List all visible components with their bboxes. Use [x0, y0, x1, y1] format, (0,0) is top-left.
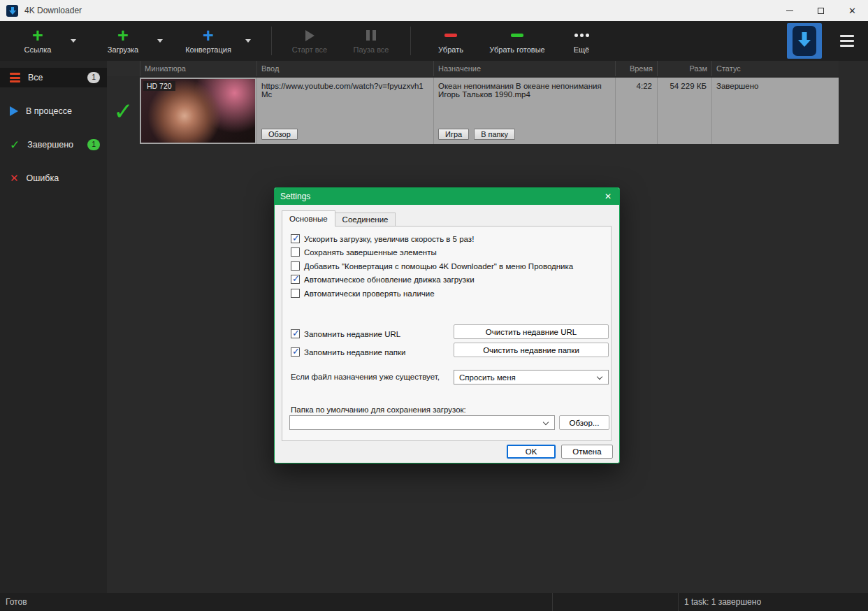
count-badge: 1 [87, 139, 100, 150]
downloader-mode-button[interactable] [787, 23, 822, 59]
remove-label: Убрать [438, 45, 463, 54]
maximize-icon [818, 8, 824, 14]
option-keep-finished[interactable]: Сохранять завершенные элементы [291, 247, 437, 257]
open-folder-button[interactable]: В папку [474, 129, 515, 140]
add-conversion-label: Конвертация [185, 45, 231, 54]
add-link-button[interactable]: + Ссылка [10, 21, 66, 61]
play-icon [10, 106, 18, 116]
settings-dialog: Settings Основные Соединение Ускорить за… [274, 187, 620, 463]
status-value: Завершено [716, 82, 758, 90]
option-label: Автоматическое обновление движка загрузк… [304, 275, 475, 284]
video-thumbnail[interactable]: HD 720 [141, 79, 255, 143]
minus-icon [511, 34, 523, 37]
browse-folder-button[interactable]: Обзор... [559, 415, 609, 430]
option-label: Сохранять завершенные элементы [304, 248, 437, 257]
pause-all-button[interactable]: Пауза все [343, 21, 399, 61]
header-size[interactable]: Разм [657, 61, 711, 76]
time-cell: 4:22 [615, 78, 657, 144]
statusbar: Готов 1 task: 1 завершено [0, 593, 868, 611]
more-label: Ещё [574, 45, 590, 54]
tab-general[interactable]: Основные [282, 210, 335, 227]
size-cell: 54 229 КБ [657, 78, 711, 144]
checkbox [291, 261, 300, 271]
close-button[interactable] [837, 0, 868, 21]
option-label: Автоматически проверять наличие [304, 289, 435, 298]
toolbar-right [787, 21, 868, 61]
play-file-button[interactable]: Игра [438, 129, 469, 140]
hamburger-menu-button[interactable] [836, 31, 858, 51]
dialog-tabs: Основные Соединение [282, 210, 396, 227]
dialog-close-button[interactable] [597, 188, 619, 205]
window-title: 4K Downloader [24, 6, 82, 15]
app-logo-icon [6, 5, 18, 17]
file-exists-label: Если файл назначения уже существует, [291, 373, 440, 381]
more-button[interactable]: Ещё [562, 21, 601, 61]
sidebar-item-label: В процессе [26, 106, 72, 116]
count-badge: 1 [87, 72, 100, 82]
option-check-updates[interactable]: Автоматически проверять наличие [291, 289, 435, 298]
add-conversion-button[interactable]: + Конвертация [176, 21, 240, 61]
table-row[interactable]: HD 720 https://www.youtube.com/watch?v=f… [107, 78, 839, 144]
remove-button[interactable]: Убрать [426, 21, 475, 61]
clear-recent-urls-button[interactable]: Очистить недавние URL [454, 324, 609, 339]
checkbox [291, 347, 300, 357]
header-status[interactable]: Статус [711, 61, 839, 76]
status-cell: Завершено [711, 78, 839, 144]
sidebar-item-in-progress[interactable]: В процессе [0, 101, 107, 121]
sidebar-item-label: Все [28, 73, 43, 82]
destination-cell: Океан непонимания В океане непонимания И… [433, 78, 615, 144]
dialog-body: Основные Соединение Ускорить загрузку, у… [275, 205, 619, 463]
statusbar-segment [552, 593, 678, 611]
add-link-dropdown[interactable] [66, 21, 81, 61]
sidebar-item-completed[interactable]: Завершено 1 [0, 135, 107, 154]
ok-button[interactable]: OK [507, 445, 556, 459]
thumbnail-cell: HD 720 [140, 78, 256, 144]
default-folder-label: Папка по умолчанию для сохранения загруз… [291, 405, 466, 414]
source-url: https://www.youtube.com/watch?v=fpyuzxvh… [261, 82, 429, 99]
option-remember-urls[interactable]: Запомнить недавние URL [291, 329, 400, 338]
add-download-label: Загрузка [108, 45, 138, 54]
add-conversion-dropdown[interactable] [240, 21, 256, 61]
cancel-button[interactable]: Отмена [561, 445, 613, 459]
option-engine-update[interactable]: Автоматическое обновление движка загрузк… [291, 275, 475, 284]
checkbox [291, 289, 300, 298]
header-destination[interactable]: Назначение [433, 61, 615, 76]
add-link-label: Ссылка [24, 45, 52, 54]
header-thumbnail[interactable]: Миниатюра [140, 61, 256, 76]
play-icon [305, 30, 314, 41]
sidebar-item-all[interactable]: Все 1 [0, 68, 107, 87]
sidebar-item-label: Ошибка [27, 173, 59, 183]
start-all-button[interactable]: Старт все [283, 21, 336, 61]
input-cell: https://www.youtube.com/watch?v=fpyuzxvh… [256, 78, 433, 144]
plus-icon: + [117, 29, 129, 43]
header-time[interactable]: Время [615, 61, 657, 76]
sidebar-item-error[interactable]: Ошибка [0, 168, 107, 188]
header-input[interactable]: Ввод [256, 61, 433, 76]
toolbar: + Ссылка + Загрузка + Конвертация Старт … [0, 21, 868, 61]
sidebar: Все 1 В процессе Завершено 1 Ошибка [0, 61, 107, 593]
plus-icon: + [32, 29, 43, 43]
chevron-down-icon [597, 374, 602, 380]
minus-icon [444, 34, 457, 37]
tab-connection[interactable]: Соединение [335, 213, 396, 227]
remove-finished-label: Убрать готовые [489, 45, 544, 54]
browse-source-button[interactable]: Обзор [261, 129, 298, 140]
toolbar-separator [271, 27, 272, 55]
file-exists-select[interactable]: Спросить меня [454, 370, 609, 384]
remove-finished-button[interactable]: Убрать готовые [482, 21, 552, 61]
selected-value: Спросить меня [459, 373, 516, 382]
option-remember-folders[interactable]: Запомнить недавние папки [291, 347, 405, 357]
check-icon [10, 138, 20, 152]
add-download-dropdown[interactable] [152, 21, 168, 61]
option-speed-boost[interactable]: Ускорить загрузку, увеличив скорость в 5… [291, 234, 474, 243]
general-tab-panel: Ускорить загрузку, увеличив скорость в 5… [282, 226, 612, 441]
clear-recent-folders-button[interactable]: Очистить недавние папки [454, 343, 609, 357]
option-explorer-menu[interactable]: Добавить "Конвертация с помощью 4K Downl… [291, 261, 573, 271]
default-folder-combobox[interactable] [289, 415, 555, 430]
maximize-button[interactable] [805, 0, 837, 21]
minimize-button[interactable] [774, 0, 805, 21]
add-download-button[interactable]: + Загрузка [94, 21, 152, 61]
plus-icon: + [203, 29, 214, 43]
file-size-value: 54 229 КБ [670, 82, 707, 90]
destination-filename: Океан непонимания В океане непонимания И… [438, 82, 611, 99]
